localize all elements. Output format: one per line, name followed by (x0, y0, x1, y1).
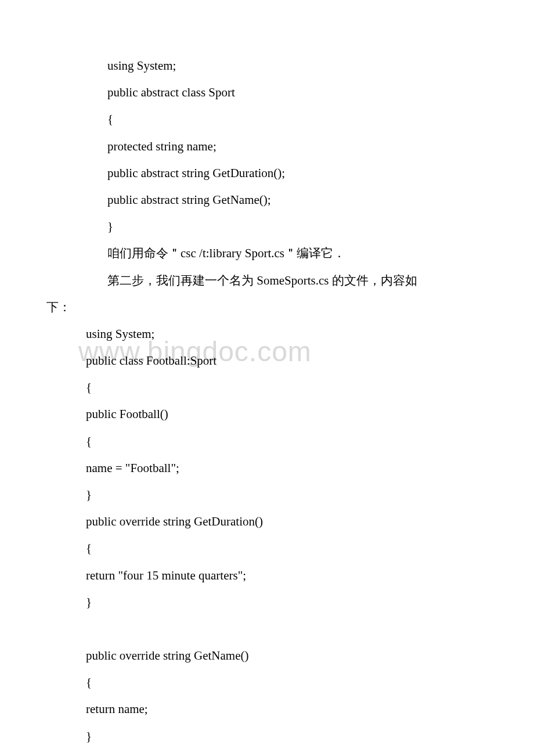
code-line: { (23, 374, 511, 401)
code-line: using System; (23, 321, 511, 347)
code-line: } (23, 589, 511, 615)
code-line: } (23, 213, 511, 240)
code-line: { (23, 106, 511, 132)
code-line: return "four 15 minute quarters"; (23, 562, 511, 589)
code-line: public override string GetName() (23, 642, 511, 669)
code-line: using System; (23, 52, 511, 79)
code-line: { (23, 428, 511, 455)
code-line: } (23, 750, 511, 756)
code-line: { (23, 535, 511, 561)
text-line: 第二步，我们再建一个名为 SomeSports.cs 的文件，内容如 (23, 267, 511, 294)
text-line: 下： (23, 294, 511, 321)
code-line: return name; (23, 696, 511, 722)
blank-line (23, 615, 511, 642)
code-line: public abstract class Sport (23, 79, 511, 106)
code-line: { (23, 669, 511, 696)
code-line: } (23, 723, 511, 750)
code-line: name = "Football"; (23, 455, 511, 481)
code-line: protected string name; (23, 133, 511, 160)
document-content: using System; public abstract class Spor… (23, 52, 511, 756)
code-line: public abstract string GetDuration(); (23, 160, 511, 186)
code-line: public abstract string GetName(); (23, 186, 511, 213)
code-line: } (23, 481, 511, 508)
code-line: public override string GetDuration() (23, 508, 511, 535)
text-line: 咱们用命令＂csc /t:library Sport.cs＂编译它． (23, 240, 511, 267)
code-line: public Football() (23, 401, 511, 427)
code-line: public class Football:Sport (23, 347, 511, 374)
